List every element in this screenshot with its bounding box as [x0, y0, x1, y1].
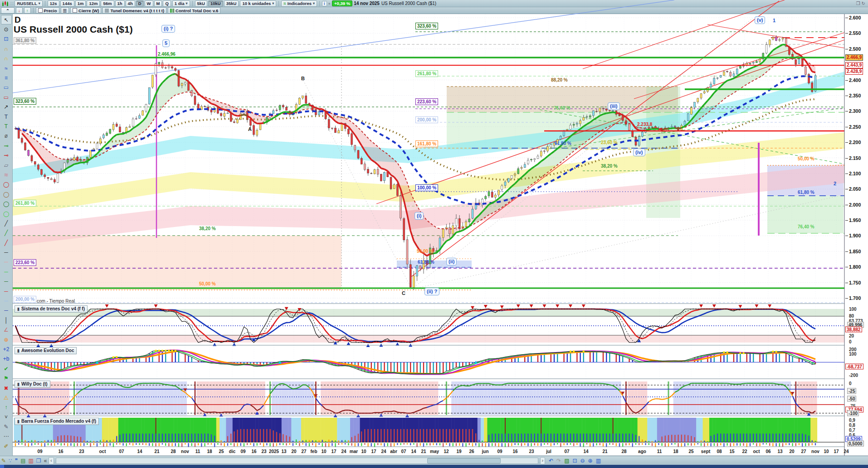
date-label: 25 — [219, 449, 224, 454]
axis-tick: 1.850 — [849, 249, 861, 254]
panel-icon: ▮ — [17, 306, 20, 312]
panel3-axis-label: 0 — [849, 381, 852, 386]
zoom-fit-icon[interactable]: ⊡ — [572, 458, 577, 464]
axis-tick: 2.200 — [849, 140, 861, 145]
panel-title-text: Willy Doc (t) — [21, 381, 48, 387]
panel-icon: ▮ — [17, 381, 20, 387]
chart-settings-icon[interactable]: ▧ — [564, 458, 569, 464]
date-label: oct — [753, 449, 760, 454]
report-icon[interactable]: ▤ — [20, 458, 25, 464]
date-label: 24 — [341, 449, 346, 454]
panel1-axis-label: 80 — [849, 314, 854, 318]
date-label: 14 — [583, 449, 588, 454]
axis-tick: 2.250 — [849, 124, 861, 130]
status-strip — [0, 465, 868, 468]
date-label: 15 — [729, 449, 734, 454]
scroll-left-button[interactable]: ‹ — [49, 457, 54, 464]
panel-title-2[interactable]: ▮Awesome Evolution Doc — [15, 347, 77, 354]
axis-tick: 2.500 — [849, 46, 861, 52]
date-label: 09 — [497, 449, 502, 454]
trading-platform-window: { "toolbar": { "symbol": "RUSSELL", "tim… — [0, 0, 868, 468]
date-label: 28 — [621, 449, 626, 454]
panel-title-4[interactable]: ▮Barra Fuerza Fondo Mercado v4 (f) — [15, 418, 99, 425]
date-label: 24 — [844, 449, 848, 454]
axis-tick: 2.150 — [849, 155, 861, 161]
date-label: 20 — [789, 449, 794, 454]
columns-icon[interactable]: ▥ — [596, 458, 601, 464]
panel1-axis-label: 20 — [849, 333, 854, 338]
price-tag: 2.428,9 — [845, 68, 863, 75]
chart-canvas[interactable] — [0, 0, 868, 468]
axis-tick: 1.700 — [849, 295, 861, 301]
panel-title-3[interactable]: ▮Willy Doc (t) — [15, 381, 50, 388]
panel4-axis-label: 0,9 — [849, 418, 855, 423]
date-label: 09 — [37, 449, 42, 454]
date-label: 14 — [411, 449, 416, 454]
window-icon[interactable]: ❐ — [36, 458, 41, 464]
share-icon[interactable]: ∵ — [9, 458, 12, 464]
date-label: 17 — [371, 449, 376, 454]
date-label: 21 — [154, 449, 159, 454]
undo-icon[interactable]: ↶ — [549, 458, 553, 464]
axis-tick: 1.750 — [849, 280, 861, 285]
zoom-in-icon[interactable]: ⊕ — [588, 458, 593, 464]
panel-title-text: Barra Fuerza Fondo Mercado v4 (f) — [21, 419, 96, 424]
panel3-axis-label: -100 — [847, 410, 859, 416]
collapse-icon[interactable]: « — [44, 458, 47, 464]
panel2-axis-label: 100 — [849, 352, 857, 357]
date-label: 16 — [251, 449, 256, 454]
stats-icon[interactable]: ▥ — [29, 458, 34, 464]
panel2-axis-label: -200 — [849, 373, 858, 378]
scroll-right-button[interactable]: › — [540, 457, 545, 464]
date-label: 20 — [291, 449, 296, 454]
date-label: 24 — [381, 449, 386, 454]
axis-tick: 2.050 — [849, 186, 861, 192]
panel-title-text: Awesome Evolution Doc — [21, 348, 74, 353]
date-label: oct — [99, 449, 106, 454]
zoom-out-icon[interactable]: ⊖ — [580, 458, 585, 464]
chart-scrollbar-thumb[interactable] — [427, 458, 501, 463]
axis-tick: 2.600 — [849, 15, 861, 20]
date-label: 07 — [119, 449, 124, 454]
redo-icon[interactable]: ↷ — [556, 458, 561, 464]
date-label: feb — [311, 449, 317, 454]
bottom-toolbar: ✎∵❞▤▥❐« ‹ › ↶↷▧⊡⊖⊕▥ — [0, 456, 868, 465]
date-label: sept — [701, 449, 711, 454]
date-label: 08 — [717, 449, 722, 454]
date-label: 16 — [58, 449, 63, 454]
date-label: 18 — [207, 449, 212, 454]
panel1-axis-label: 100 — [849, 307, 857, 312]
panel4-axis-label: 0,8 — [849, 423, 855, 428]
date-label: 28 — [171, 449, 176, 454]
axis-tick: 2.550 — [849, 30, 861, 36]
notes-icon[interactable]: ✎ — [1, 458, 6, 464]
price-tag: 2.466,9 — [845, 54, 863, 61]
panel-icon: ▮ — [17, 419, 20, 424]
date-label: ago — [638, 449, 646, 454]
axis-tick: 2.350 — [849, 93, 861, 98]
axis-tick: 1.950 — [849, 217, 861, 223]
date-label: 25 — [688, 449, 693, 454]
date-label: 23 — [529, 449, 534, 454]
date-label: 13 — [281, 449, 286, 454]
date-label: 26 — [469, 449, 474, 454]
date-label: nov — [181, 449, 189, 454]
panel2-axis-label: -68,737 — [845, 364, 863, 370]
date-label: 07 — [564, 449, 569, 454]
date-label: 10 — [361, 449, 366, 454]
date-label: 27 — [301, 449, 306, 454]
panel-title-1[interactable]: ▮Sistema de trenes Doc v4 (f f) — [15, 305, 88, 313]
date-label: 10 — [824, 449, 829, 454]
panel1-axis-label: 38,882 — [845, 327, 862, 333]
date-label: 19 — [456, 449, 461, 454]
comment-icon[interactable]: ❞ — [15, 458, 18, 464]
date-label: 11 — [195, 449, 200, 454]
date-label: 17 — [834, 449, 839, 454]
date-label: nov — [811, 449, 819, 454]
chart-scrollbar[interactable] — [56, 458, 538, 464]
date-label: abr — [390, 449, 397, 454]
date-label: 11 — [657, 449, 662, 454]
date-label: 2025 — [269, 449, 279, 454]
date-label: 10 — [321, 449, 326, 454]
date-label: 13 — [777, 449, 782, 454]
